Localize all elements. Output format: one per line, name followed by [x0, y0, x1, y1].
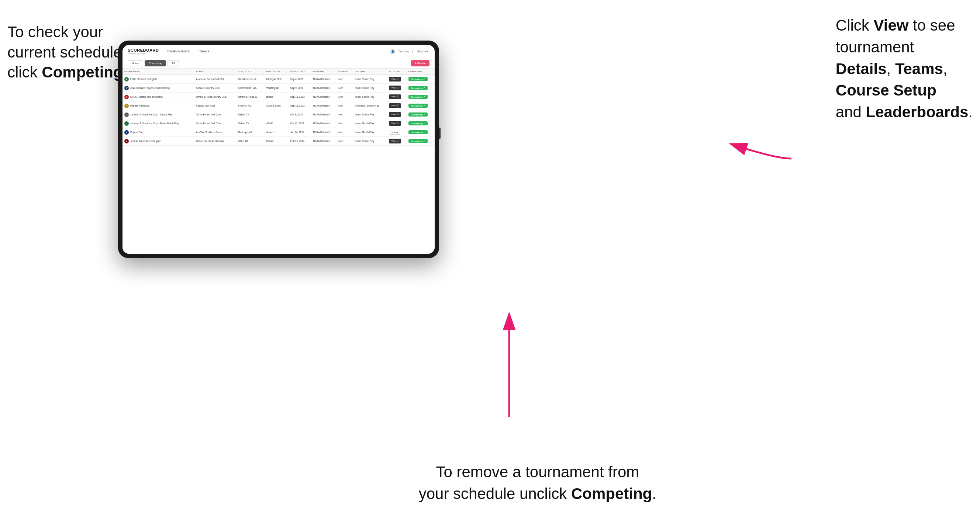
- tab-competing[interactable]: Competing: [145, 60, 166, 67]
- table-row: I OFCC Fighting Illini Invitational Olym…: [123, 92, 435, 102]
- event-name-cell: J Jackson T. Stephens Cup – Stroke Play: [123, 110, 194, 119]
- cell-venue: Olympia Fields Country Club: [194, 92, 236, 102]
- competing-button[interactable]: Competing ✓: [409, 121, 428, 125]
- cell-division: NCAA Division I: [311, 119, 337, 128]
- cell-hosted_by: Arizona: [264, 128, 288, 137]
- cell-hosted_by: Arizona State: [264, 102, 288, 110]
- cell-hosted_by: ABAC: [264, 119, 288, 128]
- actions-cell: View ⓘ: [387, 137, 406, 146]
- tab-home[interactable]: Home: [128, 60, 143, 67]
- view-button[interactable]: View ⓘ: [389, 121, 401, 126]
- col-competing: COMPETING: [407, 68, 435, 75]
- cell-division: NCAA Division I: [311, 75, 337, 84]
- view-button[interactable]: View ⓘ: [389, 139, 401, 143]
- team-logo: P: [124, 104, 129, 108]
- event-name-cell: P Papago Individual: [123, 102, 194, 110]
- event-name-text: 2023 Sahalee Players Championship: [130, 87, 170, 89]
- event-name-text: John A. Burns Intercollegiate: [130, 140, 161, 142]
- col-actions: ACTIONS: [387, 68, 406, 75]
- nav-teams[interactable]: TEAMS: [198, 49, 211, 54]
- nav-tournaments[interactable]: TOURNAMENTS: [165, 49, 191, 54]
- actions-cell: View ⓘ: [387, 92, 406, 102]
- annotation-bottom: To remove a tournament from your schedul…: [419, 461, 656, 505]
- cell-scoring: team, Stroke Play: [353, 92, 387, 102]
- col-city-state: CITY, STATE: [236, 68, 264, 75]
- cell-city_state: Dallas, TX: [236, 110, 264, 119]
- cell-hosted_by: Illinois: [264, 92, 288, 102]
- col-event-name: EVENT NAME: [123, 68, 194, 75]
- view-button[interactable]: View ⓘ: [389, 77, 401, 81]
- col-gender: GENDER: [337, 68, 353, 75]
- competing-button[interactable]: Competing ✓: [409, 113, 428, 116]
- tablet-screen: SCOREBOARD Powered by clippi TOURNAMENTS…: [123, 45, 435, 254]
- col-scoring: SCORING: [353, 68, 387, 75]
- actions-cell: View ⓘ: [387, 119, 406, 128]
- event-name-cell: F Folds of Honor Collegiate: [123, 75, 194, 84]
- user-icon: 👤: [390, 49, 395, 54]
- cell-venue: Trinity Forest Golf Club: [194, 119, 236, 128]
- view-button[interactable]: View ⓘ: [389, 103, 401, 108]
- table-body: F Folds of Honor Collegiate American Dun…: [123, 75, 435, 146]
- event-name-text: Copper Cup: [130, 131, 143, 133]
- competing-cell: Competing ✓: [407, 137, 435, 146]
- create-button[interactable]: + Create: [411, 60, 430, 67]
- competing-button[interactable]: Competing ✓: [409, 139, 428, 143]
- navbar-left: SCOREBOARD Powered by clippi TOURNAMENTS…: [128, 48, 211, 55]
- navbar-right: 👤 Test User | Sign out: [390, 49, 430, 54]
- competing-cell: Competing ✓: [407, 110, 435, 119]
- competing-button[interactable]: Competing ✓: [409, 130, 428, 134]
- cell-gender: Men: [337, 110, 353, 119]
- cell-scoring: team, Stroke Play: [353, 110, 387, 119]
- cell-gender: Men: [337, 75, 353, 84]
- view-button[interactable]: View ⓘ: [389, 112, 401, 117]
- cell-city_state: Dallas, TX: [236, 119, 264, 128]
- cell-division: NCAA Division I: [311, 92, 337, 102]
- cell-venue: Ak-Chin Southern Dunes: [194, 128, 236, 137]
- view-button[interactable]: View ⓘ: [389, 86, 401, 90]
- col-hosted-by: HOSTED BY: [264, 68, 288, 75]
- view-button[interactable]: View ⓘ: [389, 94, 401, 99]
- cell-division: NCAA Division I: [311, 128, 337, 137]
- team-logo: I: [124, 95, 129, 99]
- tournaments-table: EVENT NAME VENUE CITY, STATE HOSTED BY S…: [123, 68, 435, 146]
- cell-start_date: Feb 15, 2024: [288, 137, 312, 146]
- event-name-cell: H John A. Burns Intercollegiate: [123, 137, 194, 146]
- cell-start_date: Sep 9, 2023: [288, 84, 312, 92]
- table-row: H John A. Burns Intercollegiate Ocean Co…: [123, 137, 435, 146]
- event-name-text: Papago Individual: [130, 104, 150, 107]
- cell-city_state: Grand Haven, MI: [236, 75, 264, 84]
- cell-venue: Ocean Course At Hokuala: [194, 137, 236, 146]
- event-name-text: OFCC Fighting Illini Invitational: [130, 95, 163, 98]
- cell-city_state: Sammamish, WA: [236, 84, 264, 92]
- edit-button[interactable]: ✏ Edit: [389, 130, 400, 135]
- cell-scoring: team, Stroke Play: [353, 137, 387, 146]
- actions-cell: View ⓘ: [387, 84, 406, 92]
- competing-button[interactable]: Competing ✓: [409, 86, 428, 90]
- filter-bar: Home Competing All + Create: [123, 58, 435, 68]
- team-logo: W: [124, 86, 129, 90]
- cell-division: NCAA Division I: [311, 110, 337, 119]
- cell-gender: Men: [337, 137, 353, 146]
- team-logo: J: [124, 113, 129, 117]
- tab-all[interactable]: All: [167, 60, 178, 67]
- table-row: W 2023 Sahalee Players Championship Saha…: [123, 84, 435, 92]
- actions-cell: ✏ Edit: [387, 128, 406, 137]
- cell-start_date: Sep 15, 2023: [288, 92, 312, 102]
- cell-city_state: Olympia Fields, IL: [236, 92, 264, 102]
- cell-gender: Men: [337, 119, 353, 128]
- competing-button[interactable]: Competing ✓: [409, 77, 428, 81]
- competing-button[interactable]: Competing ✓: [409, 104, 428, 108]
- actions-cell: View ⓘ: [387, 75, 406, 84]
- event-name-cell: J Jackson T. Stephens Cup – Men's Match …: [123, 119, 194, 128]
- actions-cell: View ⓘ: [387, 102, 406, 110]
- table-row: F Folds of Honor Collegiate American Dun…: [123, 75, 435, 84]
- cell-division: NCAA Division I: [311, 84, 337, 92]
- competing-button[interactable]: Competing ✓: [409, 95, 428, 99]
- col-start-date: START DATE: [288, 68, 312, 75]
- competing-cell: Competing ✓: [407, 92, 435, 102]
- team-logo: F: [124, 77, 129, 81]
- sign-out-link[interactable]: Sign out: [416, 49, 430, 54]
- cell-start_date: Jan 14, 2024: [288, 128, 312, 137]
- cell-gender: Men: [337, 84, 353, 92]
- logo-title: SCOREBOARD: [128, 48, 159, 52]
